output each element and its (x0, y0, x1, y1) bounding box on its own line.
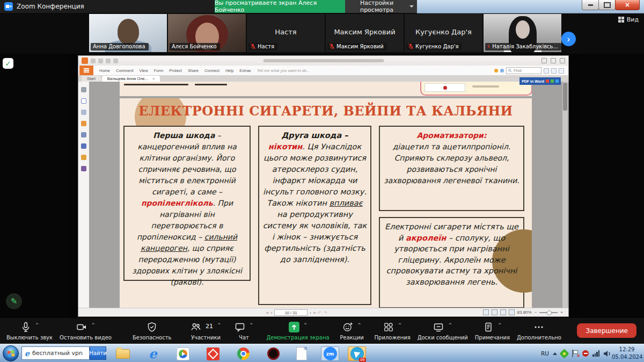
taskbar-clock[interactable]: 12:29 05.04.2024 (612, 346, 642, 361)
rail-protect-icon[interactable] (81, 155, 86, 160)
ribbon-tab-comment[interactable]: Comment (116, 68, 134, 73)
file-menu-button[interactable] (79, 66, 93, 75)
viewer-scrollbar[interactable] (562, 82, 568, 308)
security-button[interactable]: Безопасность (133, 322, 172, 341)
antivirus-tray-icon[interactable] (559, 349, 569, 358)
rail-attachments-icon[interactable] (81, 132, 86, 137)
reactions-button[interactable]: ^ Реакции (336, 322, 368, 341)
whiteboards-options-chevron[interactable]: ^ (448, 323, 452, 328)
search-go-button[interactable]: Найти (90, 346, 106, 360)
ribbon-tab-form[interactable]: Form (154, 68, 164, 73)
annotation-check-icon[interactable]: ✓ (3, 58, 13, 69)
history-back-button[interactable]: ↶ (318, 310, 321, 315)
participants-options-chevron[interactable]: ^ (217, 323, 221, 328)
single-page-view-icon[interactable] (483, 309, 489, 315)
apps-button[interactable]: ^ Приложения (375, 322, 411, 341)
ribbon-tab-extras[interactable]: Extras (239, 68, 251, 73)
ribbon-tab-share[interactable]: Share (188, 68, 199, 73)
print-icon[interactable] (98, 59, 103, 63)
language-indicator[interactable]: RU (541, 350, 549, 357)
start-tab[interactable]: Start (82, 76, 101, 82)
apps-options-chevron[interactable]: ^ (398, 323, 402, 328)
participant-tile[interactable]: Наталія Закаблуківсь... (484, 14, 561, 52)
start-button[interactable] (3, 345, 19, 361)
rail-pages-icon[interactable] (81, 87, 86, 92)
scrollbar-thumb[interactable] (563, 83, 567, 111)
prev-page-button[interactable]: ‹ (270, 310, 272, 315)
share-options-chevron[interactable]: ^ (304, 323, 308, 328)
zoom-taskbar-icon[interactable]: zm (321, 346, 339, 361)
ribbon-tab-view[interactable]: View (140, 68, 148, 73)
more-button[interactable]: Дополнительно (517, 322, 561, 341)
red-app-icon[interactable] (204, 346, 222, 361)
ribbon-tab-protect[interactable]: Protect (169, 68, 182, 73)
participant-tile[interactable]: Кугуєнко Дар'я Кугуєнко Дар'я (405, 14, 482, 52)
file-explorer-icon[interactable] (114, 346, 132, 361)
rail-bookmarks-icon[interactable] (81, 98, 86, 104)
ribbon-tab-connect[interactable]: Connect (204, 68, 219, 73)
chat-button[interactable]: ^ Чат (228, 322, 259, 341)
layout-tool-icon[interactable] (559, 68, 564, 74)
participant-tile-active-speaker[interactable]: Алєся Бойченко (168, 14, 246, 52)
chrome-icon[interactable] (234, 346, 252, 361)
mute-button[interactable]: ^ Выключить звук (6, 322, 53, 341)
first-page-button[interactable]: « (266, 310, 268, 315)
fit-width-view-icon[interactable] (492, 309, 497, 315)
maximize-button[interactable] (598, 0, 616, 10)
speaker-icon[interactable] (603, 350, 611, 357)
rail-accessibility-icon[interactable] (81, 166, 86, 171)
tell-me-search[interactable]: Tell me what you want to do... (257, 68, 310, 73)
close-button[interactable]: × (615, 0, 640, 10)
participant-tile[interactable]: Настя Настя (247, 14, 325, 52)
zoom-in-button[interactable]: + (560, 310, 563, 315)
theme-tool-icon[interactable] (500, 69, 504, 73)
page-number-input[interactable]: 10 / 31 (274, 309, 308, 316)
participant-tile[interactable]: Максим Ярковий Максим Ярковий (326, 14, 404, 52)
rail-signature-icon[interactable] (81, 110, 86, 115)
document-canvas[interactable]: ЕЛЕКТРОННІ СИГАРЕТИ, ВЕЙПИ ТА КАЛЬЯНИ Пе… (89, 82, 568, 308)
history-forward-button[interactable]: ↷ (324, 310, 327, 315)
whiteboards-button[interactable]: ^ Доски сообщений (418, 322, 468, 341)
redo-icon[interactable] (113, 59, 118, 63)
next-participants-button[interactable]: › (561, 32, 576, 46)
zoom-out-button[interactable]: − (535, 310, 537, 315)
tray-expand-chevron[interactable] (553, 352, 557, 355)
reactions-options-chevron[interactable]: ^ (357, 323, 361, 328)
alert-tray-icon[interactable] (582, 350, 589, 357)
zoom-tool-icon[interactable] (544, 68, 549, 74)
two-page-view-icon[interactable] (500, 309, 506, 315)
taskbar-search-input[interactable]: e бесплатный vpn (21, 346, 90, 360)
notes-button[interactable]: ^ Примечания (475, 322, 510, 341)
ribbon-tab-help[interactable]: Help (225, 68, 233, 73)
rail-search-icon[interactable] (81, 143, 86, 149)
pdf-in-word-badge[interactable]: PDF in Word (519, 77, 561, 85)
view-button[interactable]: Вид (618, 16, 639, 23)
telegram-taskbar-icon[interactable]: 09 (348, 346, 366, 361)
undo-icon[interactable] (106, 59, 111, 63)
internet-explorer-icon[interactable]: e (144, 346, 162, 361)
ribbon-tab-home[interactable]: Home (99, 68, 110, 73)
document-app-icon[interactable] (292, 346, 311, 361)
minimize-button[interactable] (582, 0, 599, 10)
stop-video-button[interactable]: ^ Остановить видео (60, 322, 112, 341)
close-tab-icon[interactable]: × (152, 76, 155, 81)
viewer-window-controls[interactable] (541, 58, 565, 63)
media-player-icon[interactable] (174, 346, 192, 361)
last-page-button[interactable]: » (313, 310, 316, 315)
annotation-pencil-icon[interactable]: ✎ (6, 293, 22, 309)
zoom-slider[interactable] (539, 312, 558, 313)
participant-tile[interactable]: Анна Довгополова (89, 14, 167, 52)
find-input[interactable]: Find (506, 67, 541, 74)
share-screen-button[interactable]: ^ Демонстрация экрана (266, 322, 329, 341)
video-options-chevron[interactable]: ^ (91, 323, 95, 328)
network-signal-icon[interactable] (592, 350, 599, 357)
document-tab-active[interactable]: Вальцева Анна Оле... × (102, 76, 160, 82)
end-meeting-button[interactable]: Завершение (577, 323, 636, 338)
action-center-flag-icon[interactable]: × (572, 350, 579, 357)
notes-options-chevron[interactable]: ^ (498, 323, 502, 328)
participants-button[interactable]: 21 ^ Участники (190, 322, 221, 341)
view-settings-button[interactable]: Настройки просмотра (345, 0, 417, 13)
fullscreen-view-icon[interactable] (509, 309, 515, 315)
next-page-button[interactable]: › (310, 310, 311, 315)
rail-comments-icon[interactable] (81, 121, 86, 126)
